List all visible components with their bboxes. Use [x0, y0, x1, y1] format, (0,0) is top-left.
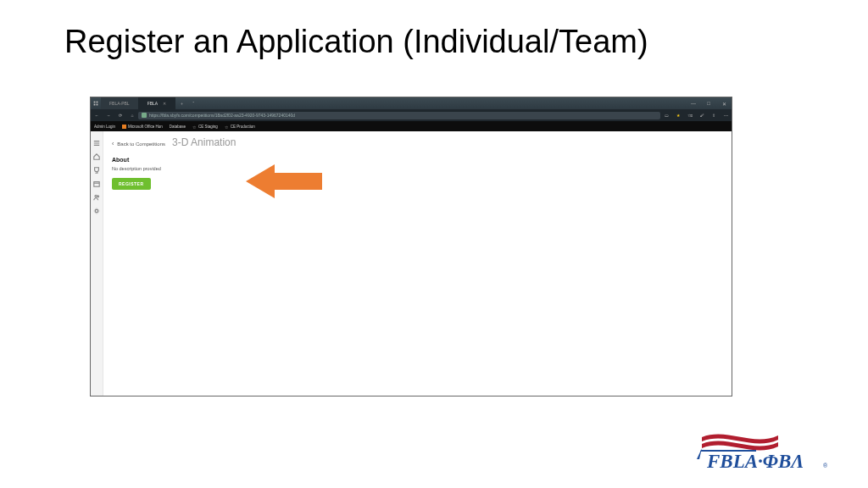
- back-button[interactable]: ←: [91, 113, 103, 118]
- home-button[interactable]: ⌂: [126, 113, 138, 118]
- page-content: ‹ Back to Competitions 3-D Animation Abo…: [103, 131, 732, 396]
- star-favicon-icon: [192, 125, 197, 129]
- browser-tab-active[interactable]: FBLA✕: [139, 97, 176, 109]
- register-button[interactable]: REGISTER: [112, 178, 151, 190]
- svg-text:®: ®: [823, 463, 828, 469]
- page-body: ‹ Back to Competitions 3-D Animation Abo…: [91, 131, 732, 396]
- url-text: https://fbla.sbyfs.com/competitions/18ad…: [149, 113, 295, 118]
- svg-rect-3: [97, 104, 98, 106]
- svg-rect-0: [94, 102, 96, 103]
- fbla-logo: FBLA·ΦBΛ ®: [697, 425, 832, 473]
- bookmark-admin-login[interactable]: Admin Login: [94, 125, 115, 129]
- tab-label: FBLA: [147, 101, 159, 106]
- close-tab-icon[interactable]: ✕: [163, 101, 166, 106]
- favorites-icon[interactable]: ☆≡: [684, 113, 696, 118]
- back-to-competitions-link[interactable]: ‹ Back to Competitions: [112, 141, 165, 147]
- refresh-button[interactable]: ⟳: [114, 113, 126, 118]
- svg-rect-2: [94, 104, 96, 106]
- svg-rect-1: [97, 102, 98, 103]
- office-favicon-icon: [122, 125, 126, 129]
- left-rail: [91, 131, 103, 396]
- slide-title: Register an Application (Individual/Team…: [64, 24, 648, 60]
- svg-rect-4: [94, 182, 99, 187]
- bookmark-office[interactable]: Microsoft Office Hon: [122, 125, 163, 129]
- bookmark-database[interactable]: Database: [170, 125, 186, 129]
- svg-point-5: [95, 195, 97, 197]
- trophy-rail-icon[interactable]: [93, 162, 100, 169]
- svg-point-6: [97, 196, 99, 197]
- new-tab-button[interactable]: ＋: [175, 101, 187, 106]
- chevron-left-icon: ‹: [112, 141, 114, 147]
- window-controls: — □ ✕: [686, 101, 732, 107]
- tab-chevron-icon[interactable]: ˅: [187, 101, 199, 106]
- bookmark-production[interactable]: CE Production: [225, 125, 255, 129]
- breadcrumb-label: Back to Competitions: [117, 141, 165, 147]
- notes-icon[interactable]: 🖉: [696, 113, 708, 118]
- reader-icon[interactable]: ▭: [660, 113, 672, 118]
- maximize-button[interactable]: □: [701, 101, 716, 107]
- browser-screenshot: FBLA-PBL FBLA✕ ＋ ˅ — □ ✕ ← → ⟳ ⌂ https:/…: [90, 97, 732, 396]
- favorite-star-icon[interactable]: ★: [672, 113, 684, 118]
- settings-rail-icon[interactable]: [93, 202, 100, 209]
- users-rail-icon[interactable]: [93, 189, 100, 196]
- lock-icon: [142, 113, 147, 118]
- forward-button[interactable]: →: [103, 113, 114, 118]
- close-window-button[interactable]: ✕: [716, 101, 732, 107]
- home-rail-icon[interactable]: [93, 148, 100, 155]
- bookmark-staging[interactable]: CE Staging: [192, 125, 218, 129]
- browser-address-bar: ← → ⟳ ⌂ https://fbla.sbyfs.com/competiti…: [91, 109, 732, 121]
- minimize-button[interactable]: —: [686, 101, 701, 107]
- about-description: No description provided: [112, 166, 723, 171]
- svg-text:FBLA·ΦBΛ: FBLA·ΦBΛ: [706, 451, 804, 472]
- url-input[interactable]: https://fbla.sbyfs.com/competitions/18ad…: [138, 112, 660, 119]
- browser-tab-inactive[interactable]: FBLA-PBL: [101, 97, 139, 109]
- menu-rail-icon[interactable]: [93, 135, 100, 141]
- browser-tab-bar: FBLA-PBL FBLA✕ ＋ ˅ — □ ✕: [91, 97, 732, 109]
- star-favicon-icon: [225, 125, 229, 129]
- share-icon[interactable]: ⇪: [708, 113, 720, 118]
- calendar-rail-icon[interactable]: [93, 175, 100, 182]
- menu-icon[interactable]: ⋯: [720, 113, 732, 118]
- about-heading: About: [112, 157, 723, 163]
- tab-list-icon[interactable]: [91, 101, 101, 106]
- svg-point-7: [95, 209, 97, 212]
- bookmarks-bar: Admin Login Microsoft Office Hon Databas…: [91, 121, 732, 131]
- competition-title: 3-D Animation: [172, 136, 236, 148]
- tab-label: FBLA-PBL: [109, 101, 130, 106]
